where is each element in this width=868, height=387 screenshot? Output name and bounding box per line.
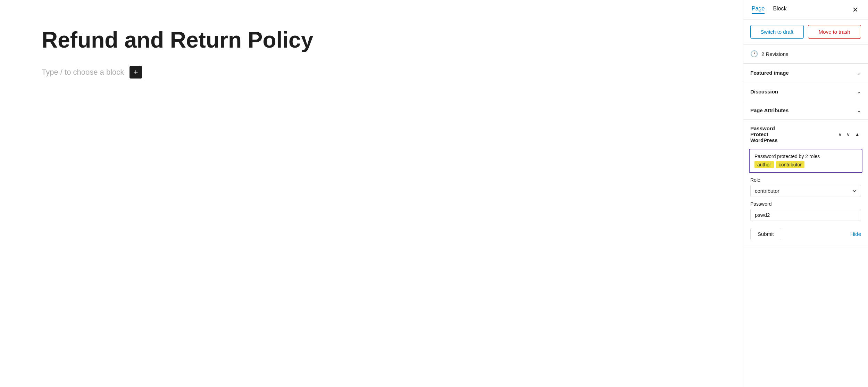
password-input[interactable]: [750, 209, 861, 221]
sidebar-header: Page Block ✕: [743, 0, 868, 19]
ppwp-collapse-button[interactable]: ∧: [837, 131, 843, 138]
close-button[interactable]: ✕: [851, 5, 860, 15]
discussion-header[interactable]: Discussion ⌄: [743, 82, 868, 101]
ppwp-down-button[interactable]: ∨: [845, 131, 851, 138]
featured-image-chevron-icon: ⌄: [857, 70, 861, 76]
action-buttons-row: Switch to draft Move to trash: [743, 19, 868, 44]
page-title[interactable]: Refund and Return Policy: [42, 28, 701, 52]
page-attributes-section: Page Attributes ⌄: [743, 101, 868, 120]
ppwp-controls: ∧ ∨ ▲: [837, 131, 861, 138]
protected-info-box: Password protected by 2 roles author con…: [749, 149, 862, 173]
password-field-label: Password: [750, 201, 861, 207]
tab-page[interactable]: Page: [752, 6, 765, 14]
role-tag-author: author: [754, 161, 774, 168]
page-attributes-chevron-icon: ⌄: [857, 108, 861, 113]
revisions-label: 2 Revisions: [761, 51, 788, 57]
ppwp-up-button[interactable]: ▲: [853, 131, 861, 138]
move-to-trash-button[interactable]: Move to trash: [808, 25, 861, 39]
editor-area: Refund and Return Policy Type / to choos…: [0, 0, 743, 387]
submit-button[interactable]: Submit: [750, 228, 781, 240]
role-field-label: Role: [750, 177, 861, 183]
ppwp-header: PasswordProtectWordPress ∧ ∨ ▲: [743, 120, 868, 149]
page-attributes-header[interactable]: Page Attributes ⌄: [743, 101, 868, 120]
featured-image-section: Featured image ⌄: [743, 64, 868, 82]
protected-info-text: Password protected by 2 roles: [754, 154, 857, 159]
revisions-row[interactable]: 🕐 2 Revisions: [743, 44, 868, 64]
page-attributes-title: Page Attributes: [750, 107, 788, 113]
hide-button[interactable]: Hide: [850, 231, 861, 237]
editor-placeholder: Type / to choose a block: [42, 68, 124, 77]
add-block-button[interactable]: +: [130, 66, 142, 79]
switch-to-draft-button[interactable]: Switch to draft: [750, 25, 804, 39]
discussion-title: Discussion: [750, 89, 778, 94]
sidebar-tabs: Page Block: [752, 6, 851, 14]
role-select[interactable]: contributor author editor administrator: [750, 185, 861, 197]
role-field: Role contributor author editor administr…: [743, 177, 868, 201]
sidebar-panel: Page Block ✕ Switch to draft Move to tra…: [743, 0, 868, 387]
block-inserter-row: Type / to choose a block +: [42, 66, 701, 79]
ppwp-title: PasswordProtectWordPress: [750, 125, 834, 143]
tab-block[interactable]: Block: [773, 6, 786, 14]
discussion-section: Discussion ⌄: [743, 82, 868, 101]
role-tags: author contributor: [754, 161, 857, 168]
ppwp-section: PasswordProtectWordPress ∧ ∨ ▲ Password …: [743, 120, 868, 247]
featured-image-header[interactable]: Featured image ⌄: [743, 64, 868, 82]
role-tag-contributor: contributor: [776, 161, 804, 168]
discussion-chevron-icon: ⌄: [857, 89, 861, 94]
revisions-icon: 🕐: [750, 50, 758, 58]
password-field: Password: [743, 201, 868, 225]
submit-row: Submit Hide: [743, 225, 868, 247]
featured-image-title: Featured image: [750, 70, 789, 76]
